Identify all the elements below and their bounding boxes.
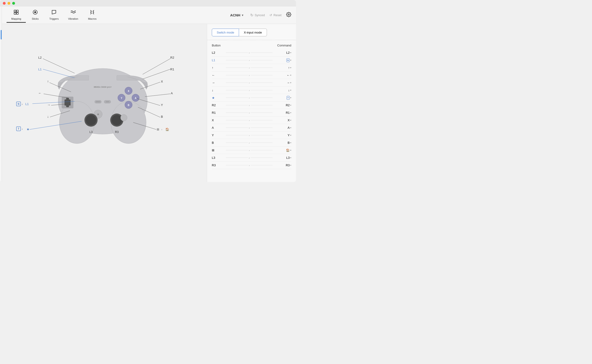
sticks-icon: [32, 9, 38, 16]
dropdown-icon: ▾: [290, 74, 291, 77]
svg-text:R3: R3: [115, 130, 119, 134]
row-arrow: ›: [226, 96, 273, 99]
svg-line-41: [143, 69, 170, 79]
row-button-a: A: [212, 126, 226, 130]
dropdown-icon: ▾: [290, 66, 291, 69]
switch-mode-button[interactable]: Switch mode: [212, 29, 239, 36]
settings-button[interactable]: [286, 12, 291, 18]
svg-text:›: ›: [161, 128, 162, 131]
svg-rect-0: [14, 10, 16, 12]
dropdown-icon: ▾: [290, 141, 291, 144]
arrow-icon: ›: [249, 96, 250, 99]
dropdown-icon: ▾: [290, 89, 291, 91]
dropdown-icon: ▾: [290, 119, 291, 122]
table-row-down: ↓ › ↓ ▾: [212, 86, 291, 94]
arrow-icon: ›: [249, 141, 250, 144]
minimize-button[interactable]: [7, 2, 10, 5]
tab-macros[interactable]: Macros: [83, 7, 102, 23]
table-row: L2 › L2 ▾: [212, 49, 291, 57]
row-arrow: ›: [226, 111, 273, 114]
svg-rect-2: [14, 13, 16, 14]
svg-text:🏠: 🏠: [165, 127, 169, 131]
svg-text:‹: ‹: [22, 128, 23, 130]
svg-text:Y: Y: [161, 103, 163, 107]
row-arrow: ›: [226, 74, 273, 77]
row-button-left: ←: [212, 73, 226, 77]
svg-text:L1: L1: [25, 102, 29, 106]
row-button-b: B: [212, 141, 226, 144]
table-row-b: B › B ▾: [212, 139, 291, 147]
row-command-x[interactable]: X ▾: [273, 118, 291, 122]
arrow-icon: ›: [249, 156, 250, 159]
titlebar: [0, 0, 296, 6]
svg-text:↓: ↓: [47, 115, 49, 118]
row-arrow: ›: [226, 149, 273, 152]
controller-diagram: select start ★ X A: [2, 24, 207, 182]
arrow-icon: ›: [249, 74, 250, 77]
arrow-icon: ›: [249, 89, 250, 92]
controller-svg: select start ★ X A: [2, 24, 204, 179]
dropdown-icon: ▾: [290, 149, 291, 151]
row-arrow: ›: [226, 66, 273, 69]
table-row-r1: R1 › R1 ▾: [212, 109, 291, 117]
row-command-right[interactable]: → ▾: [273, 81, 291, 84]
row-button-down: ↓: [212, 88, 226, 92]
row-command-up[interactable]: ↑ ▾: [273, 66, 291, 69]
svg-text:L1: L1: [38, 68, 41, 71]
header-button: Button: [212, 44, 221, 47]
tab-sticks[interactable]: Sticks: [26, 7, 45, 23]
toolbar: Mapping Sticks Triggers: [2, 6, 296, 24]
row-command-r1[interactable]: R1 ▾: [273, 111, 291, 114]
row-button-r2: R2: [212, 104, 226, 107]
row-button-up: ↑: [212, 66, 226, 69]
svg-text:R2: R2: [170, 56, 174, 59]
row-command-left[interactable]: ← ▾: [273, 73, 291, 77]
xinput-mode-button[interactable]: X-input mode: [239, 29, 267, 36]
tab-vibration[interactable]: Vibration: [63, 7, 83, 23]
svg-rect-11: [66, 98, 69, 107]
row-command-y[interactable]: Y ▾: [273, 133, 291, 137]
svg-text:A: A: [135, 97, 136, 99]
star-icon: ★: [212, 96, 215, 100]
header-command: Command: [277, 44, 291, 47]
maximize-button[interactable]: [12, 2, 15, 5]
arrow-icon: ›: [249, 81, 250, 84]
mapping-icon: [13, 9, 19, 16]
row-command-b[interactable]: B ▾: [273, 141, 291, 144]
dropdown-icon: ▾: [290, 81, 291, 84]
svg-line-37: [143, 59, 170, 74]
row-arrow: ›: [226, 89, 273, 92]
triggers-icon: [51, 9, 57, 16]
row-command-star[interactable]: T ▾: [273, 96, 291, 100]
arrow-icon: ›: [249, 111, 250, 114]
sync-button[interactable]: ↻ Synced: [250, 13, 265, 17]
tab-mapping[interactable]: Mapping: [7, 7, 26, 23]
profile-name: ACNH: [230, 13, 240, 17]
row-command-r2[interactable]: R2 ▾: [273, 104, 291, 107]
row-command-r3[interactable]: R3 ▾: [273, 163, 291, 167]
svg-rect-3: [16, 13, 18, 14]
dropdown-icon: ▾: [290, 59, 291, 61]
row-command-down[interactable]: ↓ ▾: [273, 88, 291, 92]
row-command-l3[interactable]: L3 ▾: [273, 156, 291, 159]
svg-text:★: ★: [26, 127, 30, 131]
tab-triggers[interactable]: Triggers: [45, 7, 63, 23]
row-command-home[interactable]: 🏠 ▾: [273, 149, 291, 152]
row-arrow: ›: [226, 51, 273, 54]
close-button[interactable]: [3, 2, 6, 5]
sync-icon: ↻: [250, 13, 253, 17]
dropdown-icon: ▾: [290, 96, 291, 99]
reset-icon: ↺: [269, 13, 272, 17]
row-command-l2[interactable]: L2 ▾: [273, 51, 291, 54]
row-arrow: ›: [226, 126, 273, 129]
profile-chevron-icon: ▾: [242, 14, 243, 17]
table-row-y: Y › Y ▾: [212, 132, 291, 139]
row-button-r3: R3: [212, 163, 226, 167]
reset-button[interactable]: ↺ Reset: [269, 13, 281, 17]
profile-selector[interactable]: ACNH ▾: [230, 13, 243, 17]
row-arrow: ›: [226, 156, 273, 159]
row-command-l1[interactable]: N ▾: [273, 58, 291, 62]
row-command-a[interactable]: A ▾: [273, 126, 291, 130]
row-arrow: ›: [226, 59, 273, 62]
row-arrow: ›: [226, 134, 273, 137]
